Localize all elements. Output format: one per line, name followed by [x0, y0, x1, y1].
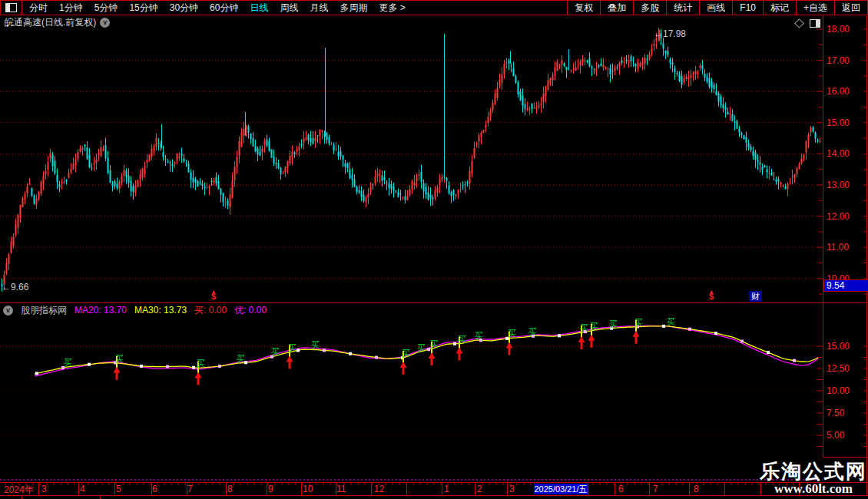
dollar-marker: ▲$ [209, 289, 218, 300]
ma30-value: MA30: 13.73 [134, 305, 187, 316]
timeline-label: 8 [227, 484, 233, 494]
chart-canvas[interactable]: 买买买买买买买买买买买买买买买买买买买 [0, 0, 868, 499]
watermark-title: 乐淘公式网 [759, 461, 868, 482]
price-axis-label: 11.00 [827, 242, 865, 253]
ma20-value: MA20: 13.70 [75, 305, 127, 316]
period-item-9[interactable]: 多周期 [340, 2, 367, 15]
timeline-label: 10 [303, 484, 313, 494]
price-axis-label: 17.00 [827, 55, 865, 66]
cai-badge: 财 [749, 291, 762, 302]
timeline-label: 3 [41, 484, 47, 494]
period-item-8[interactable]: 月线 [310, 2, 328, 15]
buy-glyph: 买 [475, 331, 483, 340]
indicator-axis-label: 12.50 [827, 363, 865, 374]
tool-item-2[interactable]: 多股 [633, 1, 666, 15]
layout-icon[interactable] [1, 1, 22, 15]
chart-corner-icons [796, 19, 820, 28]
timeline-label: 6 [618, 484, 624, 494]
period-item-3[interactable]: 15分钟 [129, 2, 157, 15]
period-item-2[interactable]: 5分钟 [94, 2, 118, 15]
price-axis-label: 18.00 [827, 24, 865, 35]
buy-glyph: 买 [271, 347, 280, 356]
buy-glyph: 买 [64, 358, 72, 367]
timeline-label: 4 [80, 484, 85, 494]
buy-glyph: 买 [402, 349, 410, 358]
timeline-label: 5 [116, 484, 121, 494]
period-item-1[interactable]: 1分钟 [59, 2, 83, 15]
watermark-url: www.60lt.com [759, 482, 868, 496]
timeline-label: 1 [444, 484, 449, 494]
tool-item-6[interactable]: 标记 [763, 1, 796, 15]
price-axis-label: 13.00 [827, 180, 865, 190]
you-value: 优: 0.00 [234, 304, 267, 317]
buy-glyph: 买 [580, 323, 588, 332]
price-axis-label: 16.00 [827, 86, 865, 97]
tool-item-8[interactable]: 返回 [834, 1, 867, 15]
timeline-label: 11 [336, 484, 346, 494]
tool-item-0[interactable]: 复权 [567, 1, 600, 15]
period-item-4[interactable]: 30分钟 [170, 2, 198, 15]
buy-glyph: 买 [430, 339, 439, 349]
buy-glyph: 买 [590, 322, 598, 331]
timeline-label: 2 [477, 484, 482, 494]
buy-glyph: 买 [237, 354, 245, 363]
chart-title-row: 皖通高速(日线.前复权) v [5, 16, 110, 29]
period-item-10[interactable]: 更多 > [379, 2, 405, 15]
indicator-axis-label: 10.00 [827, 385, 865, 396]
timeline-label: 7 [653, 484, 658, 494]
timeline-label: 12 [374, 484, 384, 494]
buy-glyph: 买 [197, 359, 205, 368]
chevron-down-icon[interactable]: v [100, 18, 110, 28]
timeline-label: 8 [694, 484, 699, 494]
indicator-axis-label: 5.00 [827, 430, 865, 441]
indicator-name: 股朋指标网 [21, 304, 67, 317]
tool-item-4[interactable]: 画线 [699, 1, 732, 15]
timeline-label: 3 [509, 484, 515, 494]
tool-item-3[interactable]: 统计 [666, 1, 699, 15]
buy-glyph: 买 [667, 317, 675, 326]
half-square-icon[interactable] [810, 19, 820, 28]
buy-glyph: 买 [634, 318, 643, 327]
timeline-label: 2024年 [4, 484, 34, 497]
buy-glyph: 买 [288, 343, 297, 352]
period-item-7[interactable]: 周线 [280, 2, 298, 15]
indicator-header: v 股朋指标网 MA20: 13.70 MA30: 13.73 买: 0.00 … [0, 304, 267, 316]
buy-glyph: 买 [115, 354, 124, 363]
period-item-0[interactable]: 分时 [29, 2, 48, 15]
diamond-icon[interactable] [794, 18, 804, 28]
stock-title: 皖通高速(日线.前复权) [5, 16, 96, 29]
buy-glyph: 买 [528, 327, 537, 336]
buy-glyph: 买 [508, 329, 516, 338]
buy-glyph: 买 [417, 343, 426, 352]
indicator-axis-label: 15.00 [827, 341, 865, 352]
tool-item-1[interactable]: 叠加 [600, 1, 633, 15]
price-axis-label: 12.00 [827, 211, 865, 222]
timeline-label: 9 [268, 484, 273, 494]
timeline-label: 7 [187, 484, 193, 494]
price-axis-label: 15.00 [827, 117, 865, 128]
tools-menu: 复权叠加多股统计画线F10标记+自选返回 [567, 1, 867, 15]
period-menu: 分时1分钟5分钟15分钟30分钟60分钟日线周线月线多周期更多 > [22, 2, 567, 15]
buy-glyph: 买 [311, 340, 320, 349]
dollar-marker: ▲$ [707, 289, 716, 300]
tool-item-7[interactable]: +自选 [796, 1, 834, 15]
indicator-axis-label: 7.50 [827, 408, 865, 418]
watermark: 乐淘公式网 www.60lt.com [759, 461, 868, 496]
latest-price-tag: 9.54 [823, 279, 868, 292]
price-annotation: ←9.66 [2, 282, 28, 292]
timeline-label: 6 [152, 484, 157, 494]
period-item-5[interactable]: 60分钟 [210, 2, 238, 15]
buy-glyph: 买 [458, 335, 466, 344]
tool-item-5[interactable]: F10 [732, 1, 763, 15]
buy-value: 买: 0.00 [194, 304, 227, 317]
indicator-collapse-icon[interactable]: v [3, 306, 13, 316]
price-annotation: ←17.98 [654, 28, 686, 39]
toolbar: 分时1分钟5分钟15分钟30分钟60分钟日线周线月线多周期更多 > 复权叠加多股… [0, 0, 868, 15]
split-window-icon [5, 3, 17, 12]
price-axis-label: 14.00 [827, 148, 865, 159]
tdx-window: 买买买买买买买买买买买买买买买买买买买 分时1分钟5分钟15分钟30分钟60分钟… [0, 0, 868, 499]
crosshair-date-tag: 2025/03/21/五 [534, 484, 588, 494]
buy-glyph: 买 [609, 319, 618, 329]
period-item-6[interactable]: 日线 [250, 2, 268, 15]
